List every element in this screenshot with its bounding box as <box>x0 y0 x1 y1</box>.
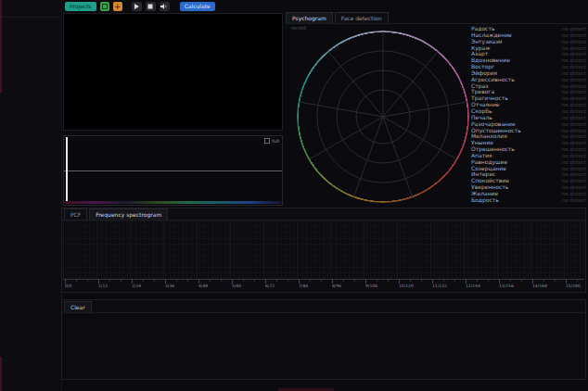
axis-tick-label: 6/72 <box>265 284 275 288</box>
emotion-label: Бодрость <box>471 197 499 204</box>
left-sidebar <box>0 0 62 391</box>
window-edge-artifact <box>0 357 2 391</box>
spectrogram-grid <box>63 221 584 279</box>
emotion-list: Радостьno detectНаслаждениеno detectЭнту… <box>471 26 586 204</box>
full-checkbox[interactable] <box>264 138 270 144</box>
emotion-row: Бодростьno detect <box>471 197 586 204</box>
axis-tick-label: 10/120 <box>399 284 414 288</box>
tab-psychogram[interactable]: Psychogram <box>286 12 333 23</box>
emotion-value: no detect <box>562 45 586 52</box>
emotion-value: no detect <box>562 115 586 121</box>
stop-button[interactable] <box>146 2 156 11</box>
save-project-button[interactable] <box>100 2 109 11</box>
axis-tick-label: 7/84 <box>299 284 308 288</box>
plus-icon: + <box>114 3 121 11</box>
window-edge-artifact <box>0 0 2 93</box>
results-panel: Clear <box>61 299 586 380</box>
psychogram-radar <box>297 31 469 203</box>
toolbar: Projects + Calculate <box>61 0 588 13</box>
emotion-row: Куражno detect <box>471 45 586 52</box>
tab-pcf[interactable]: PCF <box>64 208 87 220</box>
waveform-panel: full <box>63 135 283 206</box>
video-preview <box>63 13 283 131</box>
add-button[interactable]: + <box>113 2 122 11</box>
playhead[interactable] <box>66 137 68 204</box>
emotion-value: no detect <box>562 133 586 140</box>
axis-tick-label: 1/12 <box>98 284 108 288</box>
emotion-value: no detect <box>562 77 586 83</box>
volume-button[interactable] <box>160 2 170 11</box>
emotion-value: no detect <box>562 64 586 70</box>
emotion-value: no detect <box>562 140 586 146</box>
axis-tick-label: 4/48 <box>198 284 208 288</box>
emotion-value: no detect <box>562 26 586 32</box>
spectrogram-panel: PCF Frequency spectrogram 0/01/122/243/3… <box>61 208 586 293</box>
tab-face-detection[interactable]: Face detection <box>335 12 389 23</box>
play-icon <box>134 4 139 9</box>
axis-tick-label: 15/180 <box>566 284 581 288</box>
sidebar-divider <box>0 17 61 18</box>
emotion-value: no detect <box>562 108 586 115</box>
folder-icon <box>102 4 108 9</box>
axis-tick-label: 9/108 <box>365 284 377 288</box>
emotion-value: no detect <box>562 102 586 108</box>
emotion-value: no detect <box>562 191 586 197</box>
axis-tick-label: 13/156 <box>499 284 514 288</box>
speaker-icon <box>160 4 168 9</box>
play-button[interactable] <box>132 2 142 11</box>
axis-tick-label: 2/24 <box>132 284 141 288</box>
axis-tick-label: 5/60 <box>232 284 241 288</box>
clear-button[interactable]: Clear <box>64 301 92 312</box>
emotion-value: no detect <box>562 39 586 45</box>
axis-tick-label: 0/0 <box>65 284 71 288</box>
emotion-value: no detect <box>562 89 586 95</box>
tab-frequency-spectrogram[interactable]: Frequency spectrogram <box>89 208 168 220</box>
emotion-value: no detect <box>562 197 586 204</box>
axis-tick-label: 11/132 <box>432 284 447 288</box>
emotion-value: no detect <box>562 57 586 64</box>
emotion-value: no detect <box>562 70 586 77</box>
emotion-value: no detect <box>562 153 586 159</box>
emotion-value: no detect <box>562 171 586 178</box>
emotion-value: no detect <box>562 128 586 134</box>
results-header: Clear <box>62 300 585 313</box>
analysis-tabs: Psychogram Face detection <box>286 12 588 24</box>
emotion-value: no detect <box>562 83 586 90</box>
emotion-value: no detect <box>562 166 586 172</box>
emotion-value: no detect <box>562 159 586 166</box>
axis-tick-label: 3/36 <box>165 284 174 288</box>
axis-tick-label: 14/168 <box>532 284 547 288</box>
emotion-value: no detect <box>562 121 586 128</box>
calculate-button[interactable]: Calculate <box>180 2 215 11</box>
axis-minor-ticks <box>65 279 584 282</box>
full-toggle[interactable]: full <box>264 138 279 144</box>
emotion-value: no detect <box>562 51 586 57</box>
axis-tick-label: 12/144 <box>466 284 480 288</box>
emotion-value: no detect <box>562 178 586 184</box>
emotion-value: no detect <box>562 95 586 102</box>
waveform-spectrum-strip <box>65 201 281 204</box>
radar-grid <box>297 31 469 203</box>
emotion-value: no detect <box>562 184 586 191</box>
projects-button[interactable]: Projects <box>65 2 96 11</box>
emotion-value: no detect <box>562 146 586 153</box>
full-label: full <box>272 138 279 144</box>
app-window: Projects + Calculate full <box>0 0 588 391</box>
time-axis: 0/01/122/243/364/485/606/727/848/969/108… <box>63 279 584 292</box>
spectrogram-tabs: PCF Frequency spectrogram <box>62 208 585 221</box>
emotion-value: no detect <box>562 32 586 39</box>
stop-icon <box>147 4 153 9</box>
axis-tick-label: 8/96 <box>332 284 341 288</box>
waveform-zero-line <box>64 170 282 171</box>
